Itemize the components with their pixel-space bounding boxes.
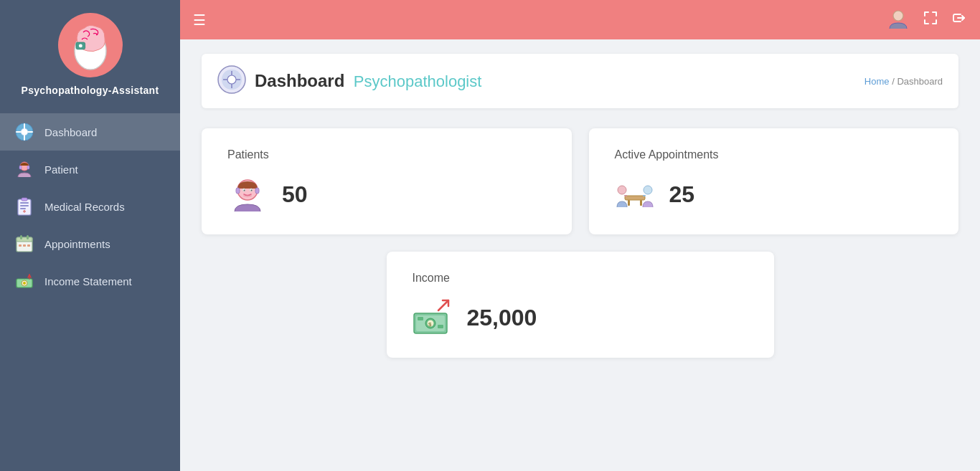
sidebar-item-appointments[interactable]: Appointments [0, 225, 180, 262]
svg-rect-33 [236, 188, 240, 194]
svg-rect-6 [19, 166, 22, 169]
income-card-body: $ 25,000 [413, 298, 748, 338]
patients-card: Patients [202, 128, 572, 234]
svg-point-39 [644, 186, 652, 194]
svg-point-31 [244, 190, 245, 191]
svg-rect-37 [640, 200, 642, 206]
main-content: ☰ [180, 0, 980, 471]
svg-rect-48 [438, 325, 443, 328]
topbar: ☰ [180, 0, 980, 39]
svg-point-24 [23, 282, 26, 285]
svg-point-2 [78, 44, 82, 47]
sidebar-nav: Dashboard Patient [0, 113, 180, 471]
medical-records-icon [14, 196, 34, 217]
svg-rect-19 [19, 244, 22, 247]
svg-rect-14 [24, 210, 25, 213]
dashboard-icon [14, 122, 34, 142]
svg-rect-10 [20, 205, 29, 206]
stats-cards-row: Patients [202, 128, 958, 234]
patients-card-body: 50 [227, 174, 546, 214]
topbar-left: ☰ [193, 11, 206, 29]
page-subtitle: Psychopathologist [354, 72, 482, 90]
svg-rect-20 [23, 244, 26, 247]
content-area: Dashboard Psychopathologist Home / Dashb… [180, 39, 980, 471]
page-header-icon [217, 65, 246, 97]
fullscreen-icon[interactable] [923, 10, 938, 29]
svg-point-4 [21, 128, 28, 135]
sidebar-logo-area: Psychopathology-Assistant [0, 0, 180, 106]
breadcrumb-current: Dashboard [897, 76, 943, 87]
svg-rect-47 [418, 317, 423, 320]
sidebar-item-dashboard-label: Dashboard [44, 126, 97, 138]
svg-rect-36 [628, 200, 630, 206]
svg-point-27 [227, 75, 236, 84]
menu-toggle-icon[interactable]: ☰ [193, 11, 206, 29]
income-card: Income $ [387, 252, 774, 358]
sidebar-item-medical-records[interactable]: Medical Records [0, 188, 180, 225]
page-header-left: Dashboard Psychopathologist [217, 65, 481, 97]
app-title: Psychopathology-Assistant [22, 85, 159, 96]
svg-rect-34 [255, 188, 259, 194]
income-card-icon: $ [413, 298, 453, 338]
page-header: Dashboard Psychopathologist Home / Dashb… [202, 54, 958, 108]
patient-icon [14, 159, 34, 179]
svg-rect-17 [20, 235, 22, 239]
svg-rect-35 [625, 196, 645, 200]
logout-icon[interactable] [951, 10, 967, 29]
appointments-card: Active Appointments [589, 128, 959, 234]
svg-point-38 [618, 186, 626, 194]
appointments-card-icon [615, 174, 655, 214]
sidebar-item-patient-label: Patient [44, 163, 78, 176]
svg-rect-9 [20, 202, 29, 204]
appointments-card-label: Active Appointments [615, 148, 933, 161]
svg-rect-7 [27, 166, 29, 169]
svg-text:$: $ [428, 321, 432, 328]
appointments-icon [14, 234, 34, 254]
breadcrumb: Home / Dashboard [864, 76, 943, 87]
sidebar-item-appointments-label: Appointments [44, 238, 110, 250]
user-avatar-icon[interactable] [887, 7, 910, 33]
sidebar: Psychopathology-Assistant Dashboard [0, 0, 180, 471]
sidebar-item-dashboard[interactable]: Dashboard [0, 113, 180, 151]
appointments-card-value: 25 [669, 181, 695, 208]
svg-rect-21 [27, 244, 30, 247]
appointments-card-body: 25 [615, 174, 933, 214]
svg-point-25 [893, 11, 903, 21]
sidebar-item-medical-records-label: Medical Records [44, 201, 125, 213]
logo-image [58, 13, 123, 77]
patients-card-value: 50 [282, 181, 308, 208]
patients-card-label: Patients [227, 148, 546, 161]
svg-rect-18 [27, 235, 29, 239]
sidebar-item-patient[interactable]: Patient [0, 151, 180, 188]
svg-rect-11 [20, 208, 26, 209]
breadcrumb-home-link[interactable]: Home [864, 76, 890, 87]
income-statement-icon [14, 271, 34, 291]
sidebar-item-income-statement[interactable]: Income Statement [0, 262, 180, 300]
page-title: Dashboard [255, 71, 344, 90]
income-card-value: 25,000 [467, 305, 537, 331]
svg-rect-12 [22, 198, 27, 201]
svg-rect-16 [17, 237, 32, 242]
income-row: Income $ [202, 252, 958, 358]
sidebar-item-income-statement-label: Income Statement [44, 275, 132, 287]
svg-point-32 [251, 190, 253, 191]
topbar-right [887, 7, 967, 33]
patients-card-icon [227, 174, 268, 214]
income-card-label: Income [413, 272, 748, 285]
